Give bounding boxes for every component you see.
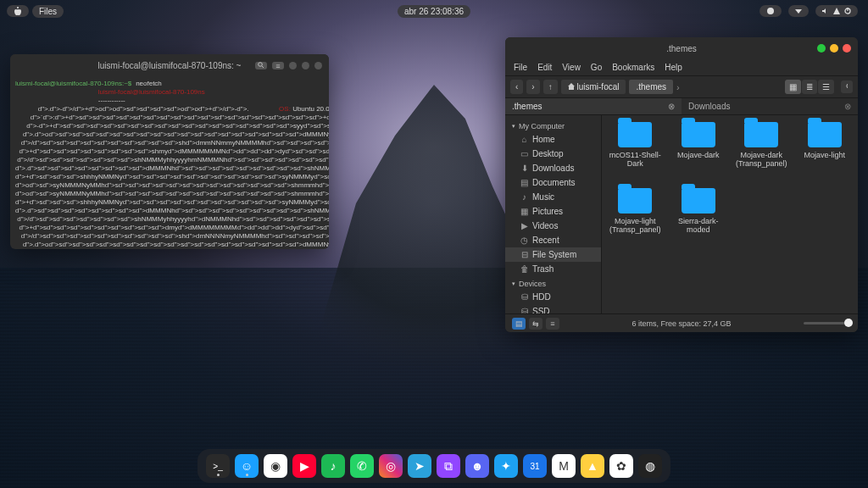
fm-titlebar[interactable]: .themes: [505, 37, 858, 59]
sidebar-item-home[interactable]: ⌂Home: [505, 132, 601, 147]
sidebar-item-recent[interactable]: ◷Recent: [505, 233, 601, 247]
apple-menu[interactable]: [7, 5, 29, 17]
menu-bookmarks[interactable]: Bookmarks: [612, 63, 654, 72]
folder-mojave-dark-transp_panel-[interactable]: Mojave-dark (Transp_panel): [732, 122, 792, 185]
menu-button[interactable]: ≡: [272, 62, 284, 69]
folder-mojave-light-transp_panel-[interactable]: Mojave-light (Transp_panel): [605, 188, 665, 251]
sidebar-item-downloads[interactable]: ⬇Downloads: [505, 161, 601, 175]
search-button[interactable]: [255, 62, 267, 69]
recent-icon: ◷: [520, 236, 528, 245]
nav-up-button[interactable]: ↑: [543, 80, 558, 94]
folder-icon: [744, 122, 778, 147]
menu-edit[interactable]: Edit: [537, 63, 552, 72]
chrome-icon: ◉: [264, 454, 287, 478]
file-manager-window[interactable]: .themes FileEditViewGoBookmarksHelp ‹ › …: [505, 37, 858, 332]
svg-rect-2: [847, 8, 848, 11]
zoom-slider[interactable]: [804, 322, 851, 324]
fm-sidebar[interactable]: ▾ My Computer⌂Home▭Desktop⬇Downloads▤Doc…: [505, 115, 602, 329]
fm-folder-grid[interactable]: mcOS11-Shell-DarkMojave-darkMojave-dark …: [602, 115, 858, 329]
close-tab-icon[interactable]: ⊗: [844, 102, 851, 111]
dock-calendar[interactable]: 31: [523, 454, 547, 478]
search-icon: [846, 83, 848, 91]
terminal-titlebar[interactable]: luismi-focal@luismifocal-870-109ns: ~ ≡: [10, 54, 329, 76]
nav-back-button[interactable]: ‹: [510, 80, 523, 94]
dock-drive[interactable]: ▲: [581, 454, 604, 478]
maximize-button[interactable]: [302, 62, 309, 69]
menu-file[interactable]: File: [514, 63, 527, 72]
tray-caret-icon[interactable]: [788, 5, 809, 17]
search-icon: [258, 62, 264, 69]
dock-youtube[interactable]: ▶: [292, 454, 316, 478]
folder-mojave-light[interactable]: Mojave-light: [795, 122, 855, 185]
sidebar-item-trash[interactable]: 🗑Trash: [505, 262, 601, 276]
view-icons-button[interactable]: ▦: [785, 80, 801, 94]
menu-help[interactable]: Help: [665, 63, 682, 72]
folder-sierra-dark-moded[interactable]: Sierra-dark-moded: [669, 188, 729, 251]
nav-forward-button[interactable]: ›: [526, 80, 539, 94]
tray-system-icon[interactable]: [815, 5, 858, 17]
tray-discord-icon[interactable]: [760, 5, 782, 17]
dock[interactable]: >_☺◉▶♪✆◎➤⧉☻✦31M▲✿◍: [198, 449, 670, 483]
tab-Downloads[interactable]: Downloads⊗: [682, 98, 858, 114]
dock-finder[interactable]: ☺: [235, 454, 259, 478]
twitch-icon: ⧉: [437, 454, 460, 478]
svg-line-4: [262, 66, 264, 68]
files-menu[interactable]: Files: [32, 5, 64, 18]
sidebar-item-pictures[interactable]: ▦Pictures: [505, 204, 601, 219]
dock-twitter[interactable]: ✦: [494, 454, 518, 478]
view-compact-button[interactable]: ☰: [818, 80, 834, 94]
sidebar-item-file-system[interactable]: ⊟File System: [505, 247, 601, 262]
desktop-icon: ▭: [520, 149, 528, 158]
pic-icon: ▦: [520, 207, 528, 216]
minimize-button[interactable]: [289, 62, 297, 69]
dock-terminal[interactable]: >_: [206, 454, 230, 478]
dock-steam[interactable]: ◍: [638, 454, 662, 478]
svg-point-3: [259, 63, 263, 67]
chevron-down-icon: [795, 9, 802, 14]
sidebar-item-desktop[interactable]: ▭Desktop: [505, 147, 601, 161]
dock-discord[interactable]: ☻: [465, 454, 489, 478]
menu-view[interactable]: View: [562, 63, 581, 72]
tab-themes[interactable]: .themes⊗: [505, 98, 682, 114]
menu-go[interactable]: Go: [591, 63, 602, 72]
sidebar-item-music[interactable]: ♪Music: [505, 190, 601, 204]
terminal-window[interactable]: luismi-focal@luismifocal-870-109ns: ~ ≡ …: [10, 54, 329, 249]
sidebar-item-hdd[interactable]: ⛁HDD: [505, 290, 601, 304]
dock-whatsapp[interactable]: ✆: [350, 454, 374, 478]
dock-telegram[interactable]: ➤: [408, 454, 431, 478]
info-toggle[interactable]: ≡: [546, 318, 559, 330]
twitter-icon: ✦: [494, 454, 518, 478]
running-indicator: [246, 474, 248, 476]
breadcrumb-label: luismi-focal: [576, 82, 619, 92]
tree-toggle[interactable]: ⇆: [529, 318, 542, 330]
sidebar-item-documents[interactable]: ▤Documents: [505, 175, 601, 190]
dock-gmail[interactable]: M: [552, 454, 576, 478]
sidebar-item-videos[interactable]: ▶Videos: [505, 219, 601, 233]
dock-twitch[interactable]: ⧉: [437, 454, 460, 478]
close-tab-icon[interactable]: ⊗: [668, 102, 675, 111]
sidebar-section-devices[interactable]: ▾ Devices: [505, 276, 601, 290]
sidebar-section-my-computer[interactable]: ▾ My Computer: [505, 119, 601, 132]
close-button[interactable]: [314, 62, 322, 69]
folder-icon: [618, 188, 652, 214]
minimize-button[interactable]: [830, 44, 838, 53]
view-list-button[interactable]: ≣: [802, 80, 817, 94]
terminal-body[interactable]: luismi-focal@luismifocal-870-109ns:~$ ne…: [10, 76, 329, 249]
calendar-icon: 31: [523, 454, 547, 478]
breadcrumb-home[interactable]: luismi-focal: [561, 80, 626, 94]
places-toggle[interactable]: ▤: [512, 318, 526, 330]
svg-point-0: [767, 8, 774, 14]
youtube-icon: ▶: [292, 454, 316, 478]
gmail-icon: M: [552, 454, 576, 478]
breadcrumb-current[interactable]: .themes: [629, 80, 673, 94]
dock-spotify[interactable]: ♪: [321, 454, 345, 478]
dock-instagram[interactable]: ◎: [379, 454, 403, 478]
folder-mojave-dark[interactable]: Mojave-dark: [669, 122, 729, 185]
folder-mcos11-shell-dark[interactable]: mcOS11-Shell-Dark: [605, 122, 665, 185]
close-button[interactable]: [843, 44, 851, 53]
dock-chrome[interactable]: ◉: [264, 454, 287, 478]
maximize-button[interactable]: [817, 44, 826, 53]
dock-photos[interactable]: ✿: [609, 454, 633, 478]
search-button[interactable]: [841, 80, 853, 93]
photos-icon: ✿: [609, 454, 633, 478]
